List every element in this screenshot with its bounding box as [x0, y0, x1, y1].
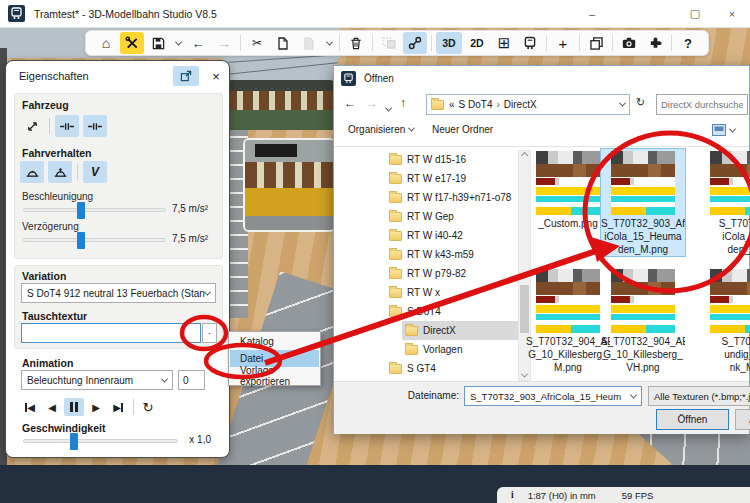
step-back-button[interactable]: ◀: [42, 398, 62, 416]
pantograph-down-button-active[interactable]: [20, 161, 44, 183]
screenshot-button[interactable]: [617, 32, 641, 54]
view-options-button[interactable]: [712, 124, 735, 136]
menu-item-vorlage-exportieren[interactable]: Vorlage exportieren: [230, 367, 319, 384]
chevron-down-icon: [161, 375, 168, 382]
play-button[interactable]: ▶: [86, 398, 106, 416]
animation-select[interactable]: Beleuchtung Innenraum: [21, 370, 173, 390]
animation-frame-input[interactable]: 0: [178, 370, 205, 390]
tree-item[interactable]: RT W i40-42: [336, 226, 518, 245]
save-dropdown[interactable]: [172, 32, 184, 54]
tree-item[interactable]: RT W Gep: [336, 207, 518, 226]
close-button[interactable]: ×: [712, 0, 750, 27]
file-thumbnail: [536, 151, 600, 215]
vehicle-view-button[interactable]: [518, 32, 542, 54]
tree-item[interactable]: RT W f17-h39+n71-o78: [336, 188, 518, 207]
acceleration-slider[interactable]: [23, 208, 166, 212]
view-2d-button[interactable]: 2D: [464, 32, 490, 54]
scene-tram-green: [227, 80, 335, 130]
tree-item[interactable]: S DoT4: [336, 302, 518, 321]
breadcrumb[interactable]: « S DoT4 › DirectX: [426, 94, 630, 115]
file-item[interactable]: S_T70T32_904_AEG_10_Killesberg_M.png: [526, 267, 610, 374]
beschleunigung-label: Beschleunigung: [22, 191, 93, 202]
cut-button[interactable]: ✂: [245, 32, 269, 54]
copy-button[interactable]: [271, 32, 295, 54]
home-button[interactable]: ⌂: [94, 32, 118, 54]
maximize-button[interactable]: ▢: [675, 0, 715, 27]
tree-item[interactable]: RT W k43-m59: [336, 245, 518, 264]
loop-button[interactable]: ↻: [138, 398, 158, 416]
file-item[interactable]: S_T70T32_904_AEG_10_Killesberg_VH.png: [601, 267, 685, 374]
geschwindigkeit-label: Geschwindigkeit: [22, 422, 105, 434]
window-title: Tramtest* - 3D-Modellbahn Studio V8.5: [34, 8, 217, 20]
folder-tree: RT W d15-16 RT W e17-19 RT W f17-h39+n71…: [336, 150, 518, 378]
breadcrumb-prefix[interactable]: «: [449, 99, 455, 110]
paste-button-disabled[interactable]: [297, 32, 321, 54]
divider: [133, 399, 134, 415]
tree-item[interactable]: RT W x: [336, 283, 518, 302]
chevron-down-icon[interactable]: [619, 100, 626, 107]
undo-button[interactable]: ←: [186, 32, 210, 54]
nav-back-button[interactable]: ←: [344, 96, 356, 110]
slider-thumb[interactable]: [70, 433, 78, 450]
coupling-rear-button-active[interactable]: [83, 115, 107, 137]
pause-button-active[interactable]: [64, 398, 84, 416]
save-button[interactable]: [146, 32, 170, 54]
organize-menu[interactable]: Organisieren: [348, 124, 414, 135]
grid-view-button[interactable]: ⊞: [492, 32, 516, 54]
nav-up-button[interactable]: ↑: [400, 96, 406, 110]
speed-curve-button-active[interactable]: V: [83, 161, 107, 183]
new-folder-button[interactable]: Neuer Ordner: [432, 124, 493, 135]
filetype-combo[interactable]: Alle Texturen (*.bmp;*.j: [648, 386, 750, 406]
close-panel-button[interactable]: ×: [206, 66, 226, 86]
cancel-button[interactable]: Ab: [735, 409, 750, 430]
tauschtextur-browse-button[interactable]: ·: [202, 323, 217, 343]
deceleration-slider[interactable]: [23, 238, 166, 242]
filename-combo[interactable]: S_T70T32_903_AfriCola_15_Heum: [464, 386, 642, 406]
file-item-selected[interactable]: S_T70T32_903_AfriCola_15_Heumaden_M.png: [601, 149, 685, 256]
plugins-button[interactable]: [643, 32, 667, 54]
breadcrumb-parent[interactable]: S DoT4: [459, 99, 493, 110]
slider-thumb[interactable]: [77, 202, 85, 219]
tauschtextur-input[interactable]: [21, 323, 201, 343]
add-object-button[interactable]: +: [551, 32, 575, 54]
search-input[interactable]: [657, 95, 747, 114]
variation-select[interactable]: S DoT4 912 neutral 13 Feuerbach (Standar: [21, 283, 216, 303]
scissors-icon: ✂: [252, 36, 262, 50]
tree-item[interactable]: RT W e17-19: [336, 169, 518, 188]
delete-button[interactable]: [344, 32, 368, 54]
view-3d-button-active[interactable]: 3D: [436, 32, 462, 54]
help-button[interactable]: ?: [676, 32, 700, 54]
duplicate-button[interactable]: [584, 32, 608, 54]
link-button-active[interactable]: [403, 32, 427, 54]
file-item[interactable]: _Custom.png: [526, 149, 610, 256]
tree-item-selected[interactable]: DirectX: [336, 321, 518, 340]
verzoegerung-label: Verzögerung: [22, 221, 79, 232]
minimize-button[interactable]: –: [572, 0, 612, 27]
file-thumbnail: [710, 269, 750, 333]
skip-end-button[interactable]: ▶: [108, 398, 128, 416]
nav-forward-button[interactable]: →: [366, 96, 378, 110]
tree-item[interactable]: RT W p79-82: [336, 264, 518, 283]
skip-start-button[interactable]: ◀: [20, 398, 40, 416]
tree-item[interactable]: RT W d15-16: [336, 150, 518, 169]
resize-vehicle-button[interactable]: [20, 115, 44, 137]
tools-button-active[interactable]: [120, 32, 144, 54]
breadcrumb-current[interactable]: DirectX: [504, 99, 537, 110]
open-button[interactable]: Öffnen: [656, 409, 729, 430]
paste-dropdown[interactable]: [323, 32, 335, 54]
file-item[interactable]: S_T70T32iCola_15den_V: [700, 149, 750, 256]
tree-item[interactable]: Vorlagen: [336, 340, 518, 359]
pantograph-up-button-active[interactable]: [48, 161, 72, 183]
group-button-disabled[interactable]: [377, 32, 401, 54]
nav-history-dropdown[interactable]: [386, 101, 391, 115]
file-item[interactable]: S_T70T3undig_2nk_M: [700, 267, 750, 374]
scene-tram-yellow-selected[interactable]: [243, 138, 336, 232]
popout-panel-button[interactable]: [173, 66, 199, 86]
slider-thumb[interactable]: [77, 232, 85, 249]
tree-item[interactable]: S GT4: [336, 359, 518, 378]
menu-item-katalog[interactable]: Katalog: [230, 333, 319, 350]
refresh-button[interactable]: ↻: [636, 96, 645, 109]
coupling-front-button-active[interactable]: [55, 115, 79, 137]
redo-button-disabled[interactable]: →: [212, 32, 236, 54]
speed-slider[interactable]: [23, 439, 178, 443]
